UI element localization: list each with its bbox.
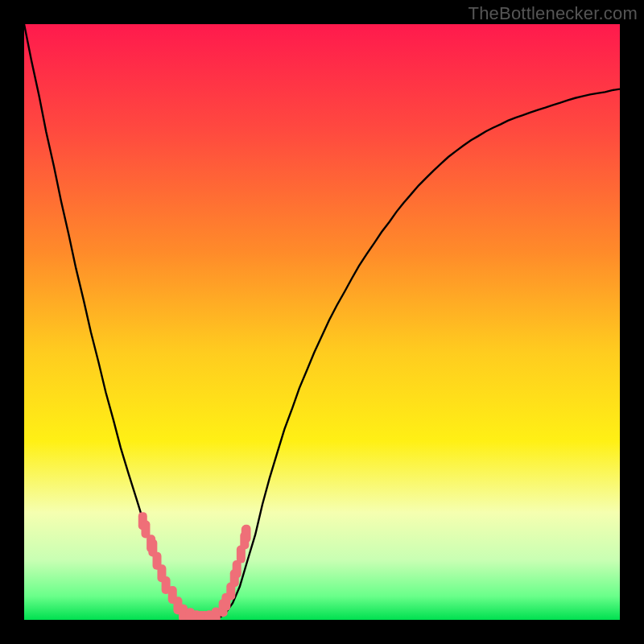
points-bottom-point: [212, 608, 221, 620]
points-left-point: [162, 576, 171, 594]
points-right: [219, 525, 251, 617]
points-left-point: [141, 521, 150, 539]
points-left: [138, 512, 183, 614]
points-bottom-point: [205, 610, 214, 620]
points-right-point: [240, 532, 249, 550]
points-right-point: [242, 525, 250, 543]
points-bottom-point: [179, 605, 188, 620]
points-left-point: [138, 512, 147, 530]
points-bottom-point: [200, 611, 209, 620]
plot-svg: [24, 24, 620, 620]
chart-container: TheBottleneсker.com: [0, 0, 644, 644]
bottleneck-curve: [24, 24, 620, 620]
points-right-point: [219, 599, 228, 617]
watermark-text: TheBottleneсker.com: [469, 3, 638, 24]
points-left-point: [173, 597, 182, 614]
points-bottom-point: [192, 610, 200, 620]
points-right-point: [237, 546, 246, 564]
points-right-point: [230, 569, 239, 587]
points-bottom: [179, 605, 221, 620]
points-left-point: [147, 535, 155, 552]
points-bottom-point: [186, 608, 195, 620]
points-left-point: [148, 539, 157, 556]
points-bottom-point: [196, 611, 205, 620]
points-left-point: [157, 564, 166, 582]
points-left-point: [168, 586, 177, 604]
points-right-point: [221, 593, 230, 611]
points-left-point: [153, 552, 162, 570]
plot-area: [24, 24, 620, 620]
points-right-point: [226, 582, 235, 600]
points-right-point: [242, 525, 251, 543]
points-right-point: [233, 560, 242, 578]
